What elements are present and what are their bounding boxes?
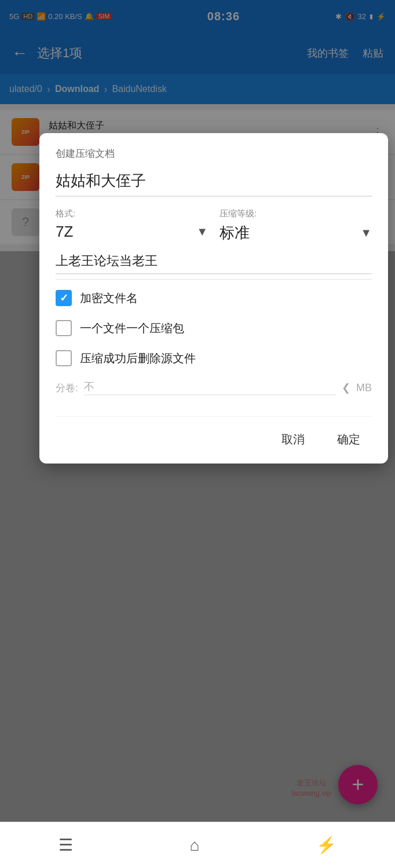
nav-lightning-button[interactable]: ⚡ [316, 836, 337, 855]
one-file-per-archive-label: 一个文件一个压缩包 [80, 321, 184, 336]
password-input[interactable] [56, 253, 372, 274]
split-unit: MB [356, 382, 372, 394]
nav-home-button[interactable]: ⌂ [190, 836, 200, 855]
split-arrow-icon[interactable]: ❮ [342, 381, 350, 394]
filename-input[interactable] [56, 172, 372, 197]
confirm-button[interactable]: 确定 [325, 427, 372, 452]
format-dropdown-arrow: ▼ [196, 225, 208, 238]
encrypt-filename-label: 加密文件名 [80, 290, 138, 306]
encrypt-filename-row[interactable]: 加密文件名 [56, 290, 372, 306]
cancel-button[interactable]: 取消 [270, 427, 316, 452]
level-dropdown-arrow: ▼ [360, 226, 372, 240]
level-select[interactable]: 标准 ▼ [220, 223, 372, 245]
one-file-per-archive-row[interactable]: 一个文件一个压缩包 [56, 320, 372, 336]
dialog-actions: 取消 确定 [56, 416, 372, 464]
split-label: 分卷: [56, 381, 78, 395]
one-file-per-archive-checkbox[interactable] [56, 320, 72, 336]
divider [56, 279, 372, 279]
delete-after-compress-label: 压缩成功后删除源文件 [80, 351, 196, 366]
bottom-nav: ☰ ⌂ ⚡ [0, 822, 395, 868]
delete-after-compress-checkbox[interactable] [56, 350, 72, 366]
format-field: 格式: 7Z ▼ [56, 208, 208, 245]
dialog-title: 创建压缩文档 [56, 147, 372, 160]
format-select[interactable]: 7Z ▼ [56, 223, 208, 243]
split-input[interactable] [84, 380, 336, 395]
encrypt-filename-checkbox[interactable] [56, 290, 72, 306]
level-value: 标准 [220, 223, 250, 243]
format-value: 7Z [56, 223, 73, 241]
split-volume-row: 分卷: ❮ MB [56, 380, 372, 398]
format-label: 格式: [56, 208, 208, 219]
delete-after-compress-row[interactable]: 压缩成功后删除源文件 [56, 350, 372, 366]
level-field: 压缩等级: 标准 ▼ [220, 208, 372, 245]
create-archive-dialog: 创建压缩文档 格式: 7Z ▼ 压缩等级: 标准 ▼ 加密文件名 一个文件一个压… [39, 133, 388, 464]
format-level-row: 格式: 7Z ▼ 压缩等级: 标准 ▼ [56, 208, 372, 245]
level-label: 压缩等级: [220, 208, 372, 219]
nav-menu-button[interactable]: ☰ [58, 836, 73, 855]
